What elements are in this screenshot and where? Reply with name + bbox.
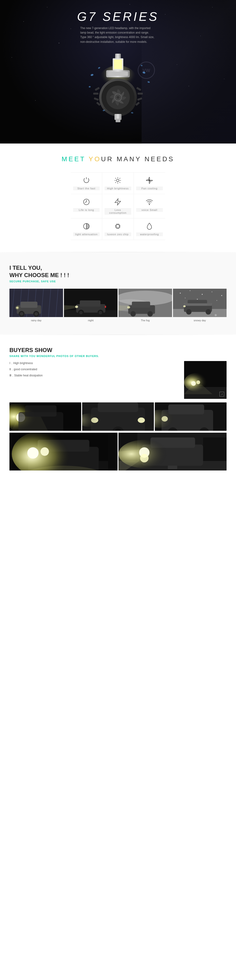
hero-image: VW (5, 49, 231, 129)
svg-point-111 (183, 305, 185, 307)
svg-rect-78 (80, 301, 101, 307)
svg-point-104 (197, 299, 198, 300)
buyers-grid-bottom-1 (10, 402, 226, 431)
svg-point-110 (206, 309, 211, 315)
feature-voice-small: voice Small (134, 194, 165, 218)
snow-img: ❄ (173, 289, 226, 317)
svg-line-36 (120, 182, 120, 183)
svg-rect-123 (25, 406, 57, 417)
label-fog: The fog (119, 318, 172, 323)
hero-section: G7 SERIES The new 7-generation LED headl… (0, 0, 236, 143)
feature-less-consumption: Less consumption (102, 194, 133, 218)
fan-icon (146, 176, 153, 185)
buyer-photo-3 (155, 402, 226, 431)
svg-point-101 (212, 291, 212, 292)
feature-label-life: Life is long (73, 208, 100, 212)
feature-start-fast: Start the fast (71, 172, 102, 194)
chip-icon (114, 222, 122, 231)
buyer-photo-2 (82, 402, 154, 431)
needs-title: MEET YOUR MANY NEEDS (10, 155, 226, 163)
svg-point-109 (186, 309, 192, 315)
svg-line-35 (116, 178, 116, 178)
choose-subtitle: SECURE PURCHASE, SAFE USE (10, 280, 226, 283)
svg-rect-108 (184, 303, 212, 306)
feature-fan-cooling: Fan cooling (134, 172, 165, 194)
svg-point-84 (75, 305, 78, 308)
fog-img (119, 289, 172, 317)
svg-point-98 (180, 293, 181, 294)
svg-rect-127 (98, 402, 138, 412)
title-you: YO (89, 155, 101, 163)
wifi-icon (146, 198, 153, 206)
label-rainy: rainy day (10, 318, 63, 323)
svg-text:VW: VW (143, 68, 150, 73)
feature-label-brightness: High brightness (105, 186, 131, 190)
svg-point-32 (117, 179, 119, 181)
hero-title: G7 SERIES (5, 10, 231, 24)
svg-point-92 (130, 311, 136, 317)
buyers-image-top: ↗ (184, 361, 226, 399)
bolt-icon (114, 198, 122, 206)
svg-rect-13 (93, 93, 98, 95)
svg-point-80 (79, 311, 82, 314)
choose-title: I TELL YOU,WHY CHOOSE ME ! ! ! (10, 264, 226, 279)
svg-rect-91 (132, 302, 150, 308)
svg-point-117 (196, 380, 200, 384)
buyers-grid-bottom-2 (10, 433, 226, 471)
svg-point-150 (40, 447, 49, 456)
buyers-title: BUYERS SHOW (10, 347, 226, 353)
feature-label-waterproof: waterproofing (136, 232, 163, 236)
svg-rect-46 (116, 224, 119, 228)
svg-rect-135 (168, 404, 204, 414)
buyer-photo-4 (10, 433, 117, 471)
svg-line-40 (120, 178, 120, 178)
svg-point-99 (190, 290, 190, 291)
feature-high-brightness: High brightness (102, 172, 133, 194)
svg-point-129 (138, 418, 145, 423)
feature-label-voice: voice Small (136, 208, 163, 212)
title-meet: MEET (62, 155, 89, 163)
choose-section: I TELL YOU,WHY CHOOSE ME ! ! ! SECURE PU… (0, 252, 236, 334)
svg-rect-145 (108, 433, 117, 471)
svg-rect-4 (114, 60, 122, 69)
buyers-list: Ⅰ．High brightness Ⅱ．good concentrated Ⅲ．… (10, 361, 179, 399)
led-bulb-svg: VW (80, 51, 156, 127)
svg-rect-68 (20, 302, 37, 308)
svg-point-29 (131, 112, 133, 114)
features-grid: Start the fast High brightness (71, 172, 165, 240)
feature-light-attenuation: light attenuation (71, 218, 102, 240)
svg-point-164 (140, 454, 149, 463)
svg-text:❄: ❄ (214, 313, 217, 317)
buyer-photo-1 (10, 402, 81, 431)
svg-point-103 (185, 298, 185, 298)
buyers-list-item-2: Ⅱ．good concentrated (10, 367, 179, 371)
brightness-icon (114, 176, 122, 185)
svg-point-105 (216, 300, 217, 301)
svg-point-74 (15, 306, 19, 310)
svg-rect-12 (95, 87, 100, 91)
svg-point-102 (221, 295, 222, 296)
feature-chip: luxeon zes chip (102, 218, 133, 240)
svg-point-24 (89, 86, 91, 88)
svg-point-26 (147, 81, 150, 83)
contrast-icon (82, 222, 90, 231)
weather-labels: rainy day night The fog snowy day (10, 318, 226, 323)
buyers-section: BUYERS SHOW SHARE WITH YOU WONDERFUL PHO… (0, 335, 236, 482)
feature-label-fan: Fan cooling (136, 186, 163, 190)
feature-label-attenuation: light attenuation (73, 232, 100, 236)
buyers-list-item-3: Ⅲ．Stable heat dissipation (10, 373, 179, 377)
svg-point-22 (90, 73, 94, 76)
rainy-img (10, 289, 63, 317)
hero-title-text: G7 SERIES (77, 10, 159, 24)
svg-rect-18 (137, 97, 142, 101)
buyers-top-row: Ⅰ．High brightness Ⅱ．good concentrated Ⅲ．… (10, 361, 226, 399)
svg-line-39 (116, 182, 116, 183)
label-night: night (64, 318, 117, 323)
buyers-list-item-1: Ⅰ．High brightness (10, 361, 179, 365)
buyers-subtitle: SHARE WITH YOU WONDERFUL PHOTOS OF OTHER… (10, 355, 226, 358)
svg-point-70 (20, 312, 23, 315)
buyer-photo-5 (119, 433, 226, 471)
weather-rainy-day (10, 289, 63, 317)
svg-rect-17 (138, 93, 143, 95)
feature-label-chip: luxeon zes chip (105, 232, 131, 236)
